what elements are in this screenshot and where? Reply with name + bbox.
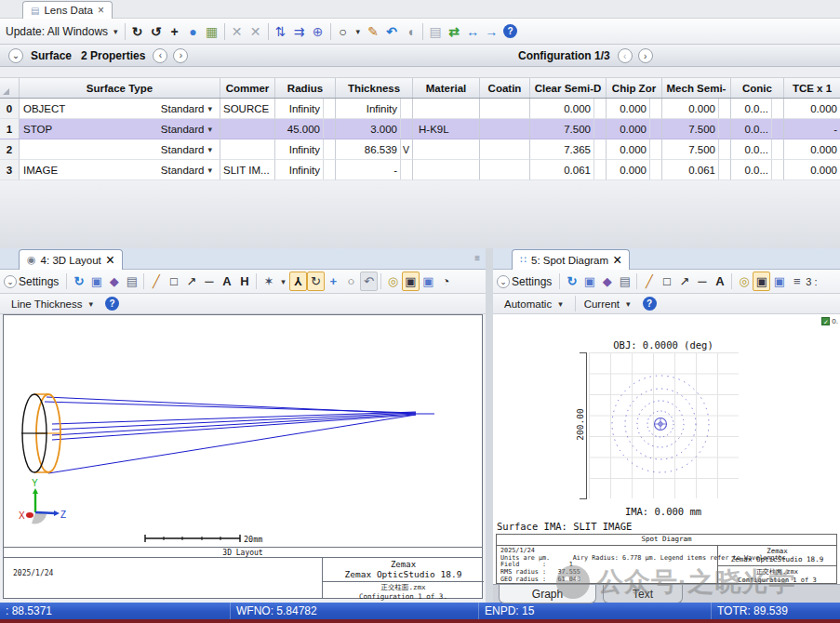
conic-cell[interactable]: 0.0... — [731, 160, 784, 180]
refresh-icon[interactable]: ↻ — [70, 272, 87, 290]
layout-canvas[interactable]: Y Z X 20mm — [3, 314, 483, 547]
radius-cell[interactable]: Infinity — [275, 139, 336, 160]
expand-properties-icon[interactable]: ⌄ — [8, 48, 23, 63]
dropdown-arrow-icon[interactable]: ▾ — [207, 166, 212, 175]
surface-type-cell[interactable]: IMAGE Standard ▾ — [20, 160, 220, 180]
resize-icon[interactable]: ↔ — [463, 22, 482, 41]
table-row[interactable]: 3 IMAGE Standard ▾ SLIT IM... Infinity -… — [0, 160, 840, 180]
crosshair-icon[interactable]: + — [166, 22, 184, 41]
tab-lens-data[interactable]: ▤ Lens Data × — [22, 1, 113, 19]
help-icon[interactable]: ? — [105, 297, 119, 311]
surface-type-cell[interactable]: OBJECT Standard ▾ — [20, 99, 220, 119]
dropdown-arrow-icon[interactable]: ▾ — [207, 104, 212, 113]
settings-label[interactable]: Settings — [512, 275, 552, 288]
coating-cell[interactable] — [480, 119, 530, 139]
col-mech-semi[interactable]: Mech Semi- — [662, 78, 731, 98]
material-cell[interactable]: H-K9L — [413, 119, 480, 139]
close-icon[interactable]: × — [98, 6, 104, 15]
save-icon[interactable]: ◆ — [105, 272, 123, 290]
col-comment[interactable]: Commer — [220, 78, 275, 98]
layers-icon[interactable]: ≡ — [788, 272, 806, 290]
col-clear-semi[interactable]: Clear Semi-D — [530, 78, 607, 98]
chevron-down-icon[interactable]: ▾ — [356, 27, 361, 36]
zoom-icon[interactable]: ○ — [342, 272, 360, 290]
curve-icon[interactable]: ↶ — [382, 22, 401, 41]
conic-cell[interactable]: 0.0... — [731, 119, 784, 139]
chevron-down-icon[interactable]: ▾ — [113, 27, 118, 36]
window-splitter[interactable] — [486, 248, 493, 603]
element-arrows-icon[interactable]: ⇉ — [290, 22, 309, 41]
spot-canvas[interactable]: ✓ 0. OBJ: 0.0000 (deg) 20 — [493, 313, 840, 584]
table-row[interactable]: 0 OBJECT Standard ▾ SOURCE Infinity Infi… — [0, 99, 840, 119]
coating-cell[interactable] — [480, 160, 530, 180]
mech-semi-cell[interactable]: 7.500 — [662, 119, 731, 139]
automatic-dropdown[interactable]: Automatic ▾ — [499, 298, 572, 311]
fit-window-icon[interactable]: ▣ — [402, 272, 420, 291]
toggle-icon[interactable]: ◖ — [401, 22, 420, 41]
line-tool-icon[interactable]: ─ — [693, 272, 711, 290]
tce-cell[interactable]: 0.000 — [784, 139, 840, 160]
current-dropdown[interactable]: Current ▾ — [579, 298, 640, 311]
radius-cell[interactable]: 45.000 — [275, 119, 336, 139]
prev-config-button[interactable]: ‹ — [618, 48, 633, 63]
col-surface-type[interactable]: Surface Type — [20, 78, 220, 98]
tab-3d-layout[interactable]: ◉ 4: 3D Layout × — [19, 249, 123, 270]
checkbox-checked-icon[interactable]: ✓ — [821, 317, 830, 325]
table-row-selected[interactable]: 1 STOP Standard ▾ 45.000 3.000 H-K9L 7.5… — [0, 119, 840, 139]
mech-semi-cell[interactable]: 7.500 — [662, 139, 731, 160]
text-tool-icon[interactable]: A — [218, 272, 235, 290]
update-field-icon[interactable]: ↻ — [128, 22, 147, 41]
dropdown-arrow-icon[interactable]: ▾ — [207, 125, 212, 134]
spin-icon[interactable]: ↻ — [307, 272, 325, 291]
help-icon[interactable]: ? — [643, 297, 657, 311]
lightbulb-icon[interactable]: ◎ — [384, 272, 402, 290]
settings-label[interactable]: Settings — [19, 275, 59, 288]
rectangle-tool-icon[interactable]: □ — [165, 272, 182, 290]
copy-icon[interactable]: ▣ — [87, 272, 105, 290]
aperture-icon[interactable]: ⊕ — [309, 22, 327, 41]
mech-semi-cell[interactable]: 0.061 — [662, 160, 731, 180]
settings-chevron-icon[interactable]: ⌄ — [4, 275, 17, 288]
notes-icon[interactable]: ▤ — [426, 22, 445, 41]
tab-text[interactable]: Text — [603, 585, 683, 603]
row-number[interactable]: 2 — [0, 139, 20, 160]
next-surface-button[interactable]: › — [173, 48, 188, 63]
radius-cell[interactable]: Infinity — [275, 99, 336, 119]
thickness-cell[interactable]: 3.000 — [336, 119, 413, 139]
comment-cell[interactable] — [220, 119, 275, 139]
thickness-cell[interactable]: Infinity — [336, 99, 413, 119]
pencil-icon[interactable]: ╱ — [640, 272, 658, 290]
pan-icon[interactable]: + — [325, 272, 342, 290]
swap-icon[interactable]: ⇄ — [445, 22, 463, 41]
line-tool-icon[interactable]: ─ — [200, 272, 218, 290]
insert-element-icon[interactable]: ⇅ — [272, 22, 290, 41]
clear-semi-cell[interactable]: 7.500 — [530, 119, 607, 139]
coating-cell[interactable] — [480, 139, 530, 160]
help-icon[interactable]: ? — [503, 24, 517, 38]
thickness-cell[interactable]: 86.539V — [336, 139, 413, 160]
mech-semi-cell[interactable]: 0.000 — [662, 99, 731, 119]
conic-cell[interactable]: 0.0... — [731, 99, 784, 119]
row-number[interactable]: 1 — [0, 119, 20, 139]
brush-icon[interactable]: ✎ — [364, 22, 382, 41]
close-icon[interactable]: × — [613, 252, 621, 269]
chip-zone-cell[interactable]: 0.000 — [607, 119, 662, 139]
col-thickness[interactable]: Thickness — [336, 78, 413, 98]
clock-icon[interactable]: ◔ — [437, 272, 455, 290]
h-tool-icon[interactable]: H — [235, 272, 253, 290]
tab-graph[interactable]: Graph — [499, 585, 596, 603]
image-viewer-icon[interactable]: ▦ — [203, 22, 221, 41]
col-tce[interactable]: TCE x 1 — [784, 78, 840, 98]
material-cell[interactable] — [413, 160, 480, 180]
col-coating[interactable]: Coatin — [480, 78, 530, 98]
rectangle-tool-icon[interactable]: □ — [658, 272, 675, 290]
update-mode-label[interactable]: Update: All Windows — [6, 25, 108, 38]
table-row[interactable]: 2 Standard ▾ Infinity 86.539V 7.365 0.00… — [0, 139, 840, 160]
pencil-icon[interactable]: ╱ — [147, 272, 165, 290]
col-chip-zone[interactable]: Chip Zor — [607, 78, 662, 98]
chip-zone-cell[interactable]: 0.000 — [607, 160, 662, 180]
wavelength-legend[interactable]: ✓ 0. — [821, 317, 838, 325]
comment-cell[interactable] — [220, 139, 275, 160]
axis-view-icon[interactable]: ✶ — [260, 272, 277, 290]
window-menu-icon[interactable]: ≡ — [474, 253, 480, 263]
